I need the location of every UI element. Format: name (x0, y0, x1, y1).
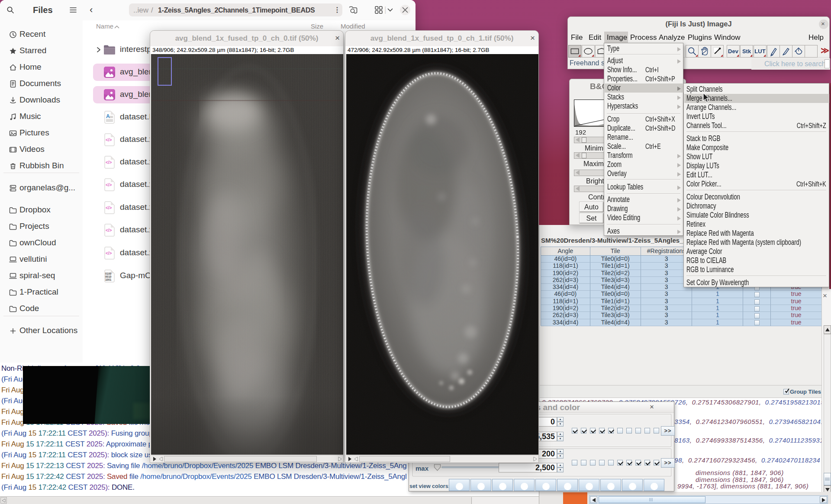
svg-text:0010: 0010 (105, 275, 112, 278)
svg-text:A: A (106, 113, 110, 119)
svg-text:1001: 1001 (105, 278, 112, 281)
svg-text:</>: </> (106, 183, 112, 187)
svg-text:</>: </> (106, 205, 112, 210)
svg-text:</>: </> (106, 138, 112, 142)
svg-text:</>: </> (106, 160, 112, 165)
svg-text:</>: </> (106, 228, 112, 233)
svg-text:0100: 0100 (105, 272, 112, 275)
svg-text:</>: </> (106, 251, 112, 256)
